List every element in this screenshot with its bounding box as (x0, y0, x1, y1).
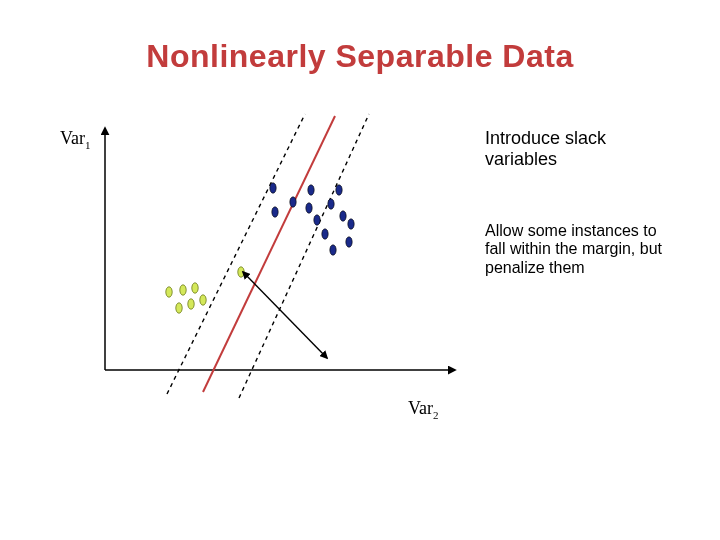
point-class-b-2 (180, 285, 186, 295)
slide: Nonlinearly Separable Data Var1 Var2 Int… (0, 0, 720, 540)
point-class-b-4 (192, 283, 198, 293)
y-axis-label: Var1 (60, 128, 91, 151)
point-class-a-10 (346, 237, 352, 247)
point-class-a-11 (270, 183, 276, 193)
y-axis-label-sub: 1 (85, 139, 91, 151)
point-class-a-8 (330, 245, 336, 255)
margin-line-2 (239, 114, 369, 398)
x-axis-label-base: Var (408, 398, 433, 418)
x-axis-label-sub: 2 (433, 409, 439, 421)
point-class-b-0 (166, 287, 172, 297)
margin-line-1 (167, 114, 305, 394)
note-slack-variables: Introduce slack variables (485, 128, 655, 169)
point-class-b-3 (188, 299, 194, 309)
point-class-a-1 (308, 185, 314, 195)
point-class-a-5 (336, 185, 342, 195)
x-axis-label: Var2 (408, 398, 439, 421)
hyperplane (203, 116, 335, 392)
point-class-a-6 (340, 211, 346, 221)
point-class-a-4 (328, 199, 334, 209)
slack-arrow (243, 272, 327, 358)
point-class-b-5 (200, 295, 206, 305)
point-class-a-3 (314, 215, 320, 225)
slide-title: Nonlinearly Separable Data (0, 38, 720, 75)
plot-area (95, 120, 465, 400)
point-class-a-0 (290, 197, 296, 207)
point-class-a-7 (322, 229, 328, 239)
scatter-plot-svg (95, 120, 465, 400)
point-class-b-1 (176, 303, 182, 313)
point-class-a-12 (272, 207, 278, 217)
note-margin-penalty: Allow some instances to fall within the … (485, 222, 675, 277)
point-class-a-2 (306, 203, 312, 213)
y-axis-label-base: Var (60, 128, 85, 148)
point-class-a-9 (348, 219, 354, 229)
